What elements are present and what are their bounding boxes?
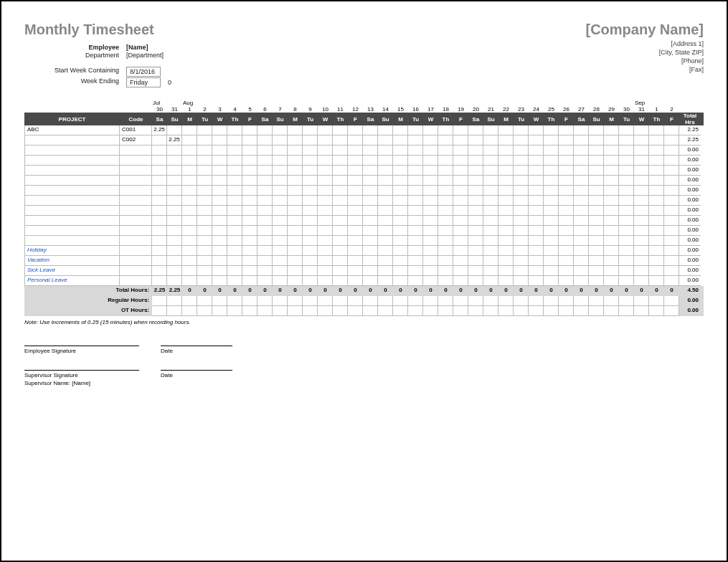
hours-cell[interactable] [303, 256, 318, 266]
code-cell[interactable] [120, 216, 152, 226]
total-day-cell[interactable] [574, 296, 589, 306]
hours-cell[interactable] [167, 176, 182, 186]
hours-cell[interactable] [514, 236, 529, 246]
hours-cell[interactable] [574, 135, 589, 146]
hours-cell[interactable] [604, 246, 619, 256]
code-cell[interactable] [120, 276, 152, 286]
hours-cell[interactable] [257, 256, 273, 266]
hours-cell[interactable] [303, 135, 318, 146]
hours-cell[interactable] [152, 216, 167, 226]
hours-cell[interactable] [544, 146, 559, 156]
total-day-cell[interactable] [559, 296, 574, 306]
hours-cell[interactable] [212, 216, 227, 226]
hours-cell[interactable] [182, 246, 197, 256]
project-cell[interactable] [24, 196, 120, 206]
total-day-cell[interactable] [378, 296, 393, 306]
hours-cell[interactable] [498, 186, 514, 196]
hours-cell[interactable] [363, 276, 378, 286]
hours-cell[interactable] [559, 266, 574, 276]
hours-cell[interactable] [212, 166, 227, 176]
total-day-cell[interactable] [273, 296, 288, 306]
hours-cell[interactable] [197, 166, 212, 176]
hours-cell[interactable] [257, 226, 273, 236]
hours-cell[interactable] [333, 266, 348, 276]
hours-cell[interactable] [348, 256, 363, 266]
hours-cell[interactable] [197, 176, 212, 186]
hours-cell[interactable] [363, 166, 378, 176]
total-day-cell[interactable] [348, 296, 363, 306]
hours-cell[interactable] [318, 276, 333, 286]
hours-cell[interactable] [197, 236, 212, 246]
hours-cell[interactable] [468, 256, 483, 266]
hours-cell[interactable] [197, 256, 212, 266]
project-cell[interactable] [24, 226, 120, 236]
hours-cell[interactable] [438, 216, 453, 226]
hours-cell[interactable] [514, 186, 529, 196]
hours-cell[interactable] [559, 186, 574, 196]
hours-cell[interactable] [438, 156, 453, 166]
code-cell[interactable] [120, 176, 152, 186]
hours-cell[interactable] [257, 266, 273, 276]
hours-cell[interactable] [498, 196, 514, 206]
hours-cell[interactable] [544, 206, 559, 216]
hours-cell[interactable] [619, 156, 634, 166]
total-day-cell[interactable] [529, 296, 544, 306]
hours-cell[interactable] [333, 206, 348, 216]
hours-cell[interactable] [212, 226, 227, 236]
total-day-cell[interactable] [273, 306, 288, 316]
hours-cell[interactable] [453, 206, 468, 216]
hours-cell[interactable] [288, 176, 303, 186]
hours-cell[interactable] [408, 236, 423, 246]
hours-cell[interactable] [257, 166, 273, 176]
hours-cell[interactable] [288, 166, 303, 176]
hours-cell[interactable] [242, 256, 257, 266]
hours-cell[interactable] [423, 146, 438, 156]
hours-cell[interactable] [242, 186, 257, 196]
hours-cell[interactable] [453, 266, 468, 276]
hours-cell[interactable] [589, 125, 604, 135]
total-day-cell[interactable] [318, 296, 333, 306]
hours-cell[interactable] [589, 246, 604, 256]
hours-cell[interactable] [649, 125, 664, 135]
hours-cell[interactable] [393, 256, 408, 266]
hours-cell[interactable] [483, 266, 498, 276]
hours-cell[interactable] [273, 135, 288, 146]
hours-cell[interactable] [167, 276, 182, 286]
hours-cell[interactable] [604, 186, 619, 196]
total-day-cell[interactable] [664, 306, 679, 316]
hours-cell[interactable] [152, 276, 167, 286]
hours-cell[interactable] [468, 125, 483, 135]
hours-cell[interactable] [619, 196, 634, 206]
hours-cell[interactable] [453, 135, 468, 146]
hours-cell[interactable] [257, 135, 273, 146]
total-day-cell[interactable] [483, 306, 498, 316]
hours-cell[interactable] [378, 166, 393, 176]
total-day-cell[interactable] [619, 296, 634, 306]
total-day-cell[interactable] [468, 296, 483, 306]
hours-cell[interactable] [664, 246, 679, 256]
hours-cell[interactable] [333, 146, 348, 156]
hours-cell[interactable] [257, 196, 273, 206]
hours-cell[interactable] [227, 186, 242, 196]
hours-cell[interactable] [483, 125, 498, 135]
hours-cell[interactable] [273, 156, 288, 166]
hours-cell[interactable] [408, 246, 423, 256]
hours-cell[interactable] [574, 246, 589, 256]
hours-cell[interactable] [348, 166, 363, 176]
hours-cell[interactable] [318, 266, 333, 276]
hours-cell[interactable] [167, 206, 182, 216]
hours-cell[interactable] [559, 146, 574, 156]
hours-cell[interactable] [664, 156, 679, 166]
hours-cell[interactable] [453, 256, 468, 266]
hours-cell[interactable] [514, 246, 529, 256]
project-cell[interactable] [24, 135, 120, 146]
hours-cell[interactable] [634, 266, 649, 276]
hours-cell[interactable] [604, 226, 619, 236]
hours-cell[interactable] [453, 216, 468, 226]
hours-cell[interactable] [378, 125, 393, 135]
hours-cell[interactable] [438, 125, 453, 135]
employee-name[interactable]: [Name] [126, 44, 148, 51]
hours-cell[interactable] [303, 176, 318, 186]
hours-cell[interactable] [664, 226, 679, 236]
hours-cell[interactable] [197, 226, 212, 236]
